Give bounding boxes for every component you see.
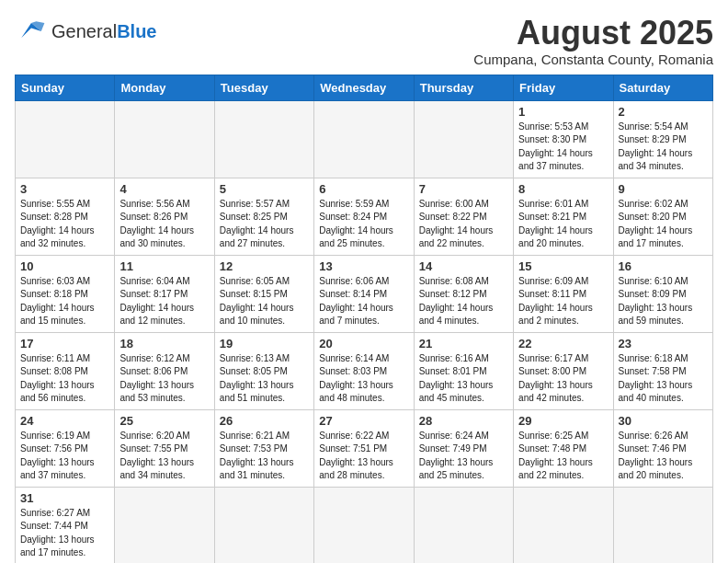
day-info: Sunrise: 6:16 AM Sunset: 8:01 PM Dayligh… [419,352,508,406]
day-info: Sunrise: 6:12 AM Sunset: 8:06 PM Dayligh… [119,352,209,406]
calendar-cell [414,100,513,178]
day-info: Sunrise: 6:19 AM Sunset: 7:56 PM Dayligh… [20,430,109,483]
calendar-cell: 8Sunrise: 6:01 AM Sunset: 8:21 PM Daylig… [514,178,613,255]
calendar-cell: 28Sunrise: 6:24 AM Sunset: 7:49 PM Dayli… [414,409,513,487]
calendar-cell [613,487,712,563]
day-info: Sunrise: 6:20 AM Sunset: 7:55 PM Dayligh… [119,430,209,483]
day-number: 21 [419,337,508,350]
calendar-cell: 11Sunrise: 6:04 AM Sunset: 8:17 PM Dayli… [115,255,214,332]
calendar-cell: 27Sunrise: 6:22 AM Sunset: 7:51 PM Dayli… [314,409,414,487]
day-info: Sunrise: 6:22 AM Sunset: 7:51 PM Dayligh… [319,430,408,483]
calendar-cell: 24Sunrise: 6:19 AM Sunset: 7:56 PM Dayli… [16,409,115,487]
day-info: Sunrise: 6:27 AM Sunset: 7:44 PM Dayligh… [20,507,109,560]
day-info: Sunrise: 6:18 AM Sunset: 7:58 PM Dayligh… [619,352,708,406]
day-info: Sunrise: 6:00 AM Sunset: 8:22 PM Dayligh… [419,198,508,251]
day-number: 17 [20,337,109,350]
day-info: Sunrise: 6:04 AM Sunset: 8:17 PM Dayligh… [119,275,209,328]
day-info: Sunrise: 6:14 AM Sunset: 8:03 PM Dayligh… [319,352,408,406]
calendar-cell: 16Sunrise: 6:10 AM Sunset: 8:09 PM Dayli… [613,255,712,332]
logo: GeneralBlue [15,15,157,48]
calendar-table: SundayMondayTuesdayWednesdayThursdayFrid… [15,75,713,563]
day-number: 2 [619,105,708,119]
day-number: 16 [619,259,708,273]
calendar-cell: 18Sunrise: 6:12 AM Sunset: 8:06 PM Dayli… [115,332,214,409]
day-number: 29 [518,414,608,428]
calendar-cell [314,487,414,563]
calendar-cell: 29Sunrise: 6:25 AM Sunset: 7:48 PM Dayli… [514,409,613,487]
day-info: Sunrise: 6:13 AM Sunset: 8:05 PM Dayligh… [220,352,309,406]
day-number: 19 [220,337,309,350]
calendar-week-row: 17Sunrise: 6:11 AM Sunset: 8:08 PM Dayli… [16,332,713,409]
day-info: Sunrise: 6:06 AM Sunset: 8:14 PM Dayligh… [319,275,408,328]
calendar-cell [514,487,613,563]
day-number: 31 [20,491,109,505]
day-info: Sunrise: 5:53 AM Sunset: 8:30 PM Dayligh… [518,121,608,174]
calendar-cell: 22Sunrise: 6:17 AM Sunset: 8:00 PM Dayli… [514,332,613,409]
calendar-cell [214,487,313,563]
day-number: 26 [220,414,309,428]
day-number: 10 [20,259,109,273]
day-number: 12 [220,259,309,273]
day-number: 5 [220,182,309,196]
day-info: Sunrise: 6:01 AM Sunset: 8:21 PM Dayligh… [518,198,608,251]
title-block: August 2025 Cumpana, Constanta County, R… [473,15,713,67]
day-number: 23 [619,337,708,350]
day-info: Sunrise: 5:57 AM Sunset: 8:25 PM Dayligh… [220,198,309,251]
logo-icon [15,15,48,48]
calendar-cell: 19Sunrise: 6:13 AM Sunset: 8:05 PM Dayli… [214,332,313,409]
logo-text: GeneralBlue [51,21,157,42]
day-info: Sunrise: 6:11 AM Sunset: 8:08 PM Dayligh… [20,352,109,406]
day-number: 9 [619,182,708,196]
day-info: Sunrise: 6:10 AM Sunset: 8:09 PM Dayligh… [619,275,708,328]
calendar-cell: 6Sunrise: 5:59 AM Sunset: 8:24 PM Daylig… [314,178,414,255]
calendar-header-row: SundayMondayTuesdayWednesdayThursdayFrid… [16,75,713,100]
day-info: Sunrise: 5:59 AM Sunset: 8:24 PM Dayligh… [319,198,408,251]
day-number: 18 [119,337,209,350]
day-info: Sunrise: 6:05 AM Sunset: 8:15 PM Dayligh… [220,275,309,328]
calendar-cell: 3Sunrise: 5:55 AM Sunset: 8:28 PM Daylig… [16,178,115,255]
calendar-cell [214,100,313,178]
calendar-cell: 13Sunrise: 6:06 AM Sunset: 8:14 PM Dayli… [314,255,414,332]
calendar-cell: 21Sunrise: 6:16 AM Sunset: 8:01 PM Dayli… [414,332,513,409]
weekday-header: Thursday [414,75,513,100]
calendar-week-row: 24Sunrise: 6:19 AM Sunset: 7:56 PM Dayli… [16,409,713,487]
calendar-cell: 14Sunrise: 6:08 AM Sunset: 8:12 PM Dayli… [414,255,513,332]
calendar-cell [115,487,214,563]
location-subtitle: Cumpana, Constanta County, Romania [473,52,713,67]
calendar-cell: 5Sunrise: 5:57 AM Sunset: 8:25 PM Daylig… [214,178,313,255]
calendar-week-row: 3Sunrise: 5:55 AM Sunset: 8:28 PM Daylig… [16,178,713,255]
day-number: 25 [119,414,209,428]
calendar-cell: 31Sunrise: 6:27 AM Sunset: 7:44 PM Dayli… [16,487,115,563]
day-info: Sunrise: 6:17 AM Sunset: 8:00 PM Dayligh… [518,352,608,406]
day-number: 15 [518,259,608,273]
calendar-week-row: 31Sunrise: 6:27 AM Sunset: 7:44 PM Dayli… [16,487,713,563]
day-number: 6 [319,182,408,196]
page-header: GeneralBlue August 2025 Cumpana, Constan… [15,15,713,67]
day-info: Sunrise: 6:21 AM Sunset: 7:53 PM Dayligh… [220,430,309,483]
day-info: Sunrise: 6:25 AM Sunset: 7:48 PM Dayligh… [518,430,608,483]
calendar-cell [115,100,214,178]
calendar-cell: 7Sunrise: 6:00 AM Sunset: 8:22 PM Daylig… [414,178,513,255]
weekday-header: Wednesday [314,75,414,100]
day-info: Sunrise: 6:26 AM Sunset: 7:46 PM Dayligh… [619,430,708,483]
calendar-cell: 15Sunrise: 6:09 AM Sunset: 8:11 PM Dayli… [514,255,613,332]
day-number: 11 [119,259,209,273]
calendar-cell: 17Sunrise: 6:11 AM Sunset: 8:08 PM Dayli… [16,332,115,409]
day-number: 13 [319,259,408,273]
day-number: 1 [518,105,608,119]
calendar-cell: 25Sunrise: 6:20 AM Sunset: 7:55 PM Dayli… [115,409,214,487]
weekday-header: Friday [514,75,613,100]
weekday-header: Monday [115,75,214,100]
month-year-title: August 2025 [473,15,713,52]
calendar-cell: 23Sunrise: 6:18 AM Sunset: 7:58 PM Dayli… [613,332,712,409]
calendar-cell: 30Sunrise: 6:26 AM Sunset: 7:46 PM Dayli… [613,409,712,487]
day-info: Sunrise: 6:24 AM Sunset: 7:49 PM Dayligh… [419,430,508,483]
day-number: 20 [319,337,408,350]
calendar-cell [414,487,513,563]
day-number: 27 [319,414,408,428]
weekday-header: Tuesday [214,75,313,100]
day-number: 3 [20,182,109,196]
weekday-header: Saturday [613,75,712,100]
day-number: 14 [419,259,508,273]
day-info: Sunrise: 6:08 AM Sunset: 8:12 PM Dayligh… [419,275,508,328]
